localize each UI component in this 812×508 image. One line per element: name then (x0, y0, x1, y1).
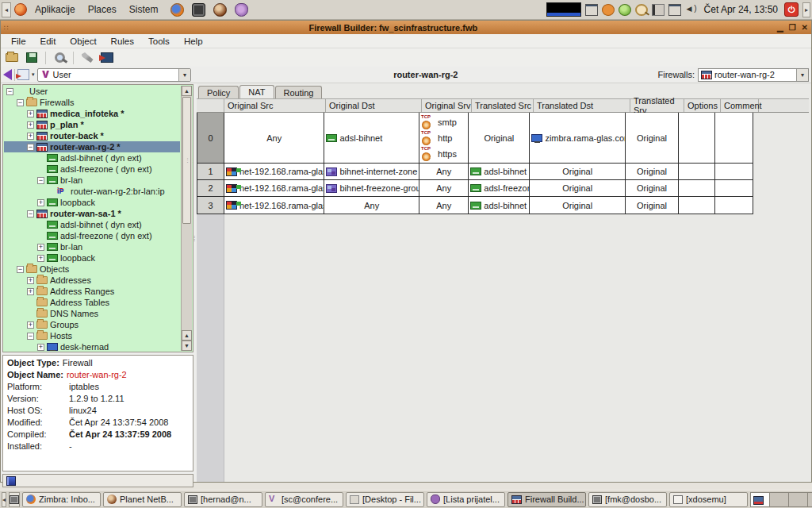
rule-cell[interactable]: net-192.168.rama-glas (224, 180, 324, 196)
system-menu[interactable]: Sistem (124, 0, 163, 19)
menu-help[interactable]: Help (177, 35, 210, 48)
collapse-icon[interactable]: − (17, 99, 24, 106)
system-monitor-graph-icon[interactable] (546, 2, 581, 17)
rule-cell[interactable]: Any (324, 197, 419, 214)
show-desktop-button[interactable] (9, 492, 20, 507)
task-button-planet-netb[interactable]: Planet NetB... (103, 492, 182, 507)
rule-number-cell[interactable]: 0 (197, 113, 224, 163)
rule-cell[interactable] (715, 164, 753, 179)
rule-cell[interactable] (679, 197, 714, 214)
library-selector[interactable]: User ▾ (37, 68, 191, 82)
rule-entry[interactable]: Original (626, 198, 678, 213)
tree-item-desk-hernad[interactable]: +desk-hernad (4, 341, 180, 351)
tree-item-groups[interactable]: +Groups (4, 319, 180, 330)
expand-icon[interactable]: + (37, 244, 44, 251)
rule-entry[interactable]: net-192.168.rama-glas (224, 164, 324, 179)
tree-item-router-wan-sa-1[interactable]: −router-wan-sa-1 * (4, 208, 180, 219)
tree-item-adsl-bihnet-dyn-ext[interactable]: adsl-bihnet ( dyn ext) (4, 152, 180, 164)
column-header-original-src[interactable]: Original Src (224, 99, 326, 112)
tree-item-router-back[interactable]: +router-back * (4, 130, 180, 141)
expand-icon[interactable]: + (37, 255, 44, 262)
panel-splitter[interactable] (193, 83, 197, 482)
rule-entry[interactable]: Original (626, 164, 678, 179)
firefox-launcher-icon[interactable] (170, 3, 184, 17)
browser-launcher-icon[interactable] (213, 3, 227, 17)
rule-cell[interactable]: Original (530, 197, 626, 214)
rule-cell[interactable] (679, 164, 714, 179)
rule-cell[interactable]: Original (626, 113, 679, 163)
tree-item-addresses[interactable]: +Addresses (4, 275, 180, 286)
rule-entry[interactable]: zimbra.rama-glas.com (530, 130, 625, 145)
tree-item-objects[interactable]: −Objects (4, 264, 180, 275)
find-object-button[interactable] (52, 51, 67, 65)
menu-tools[interactable]: Tools (141, 35, 177, 48)
chevron-down-icon[interactable]: ▾ (796, 69, 808, 81)
search-tray-icon[interactable] (635, 4, 648, 16)
rule-cell[interactable]: Original (469, 113, 530, 163)
rule-cell[interactable]: Original (530, 164, 626, 179)
speaker-icon[interactable] (685, 4, 698, 16)
tree-item-dns-names[interactable]: DNS Names (4, 308, 180, 319)
rule-cell[interactable]: Original (530, 180, 626, 196)
remote-display-icon[interactable] (668, 4, 681, 16)
column-header-translated-dst[interactable]: Translated Dst (534, 99, 630, 112)
rule-entry[interactable]: Original (530, 164, 625, 179)
task-button-zimbra-inbo[interactable]: Zimbra: Inbo... (22, 492, 101, 507)
rule-cell[interactable]: zimbra.rama-glas.com (530, 113, 626, 163)
expand-icon[interactable]: + (27, 321, 34, 329)
workspace-2[interactable] (770, 493, 789, 506)
expand-icon[interactable]: + (27, 277, 34, 284)
rule-cell[interactable]: Any (419, 164, 469, 179)
volume-control-icon[interactable] (652, 4, 665, 16)
rule-entry[interactable]: Original (626, 130, 678, 145)
rule-entry[interactable]: adsl-bihnet (469, 198, 529, 213)
network-status-icon[interactable] (619, 4, 631, 16)
collapse-icon[interactable]: − (6, 88, 13, 95)
window-titlebar[interactable]: ∷ Firewall Builder: fw_scinfrastructure.… (1, 21, 811, 34)
tree-item-p-plan[interactable]: +p_plan * (4, 119, 180, 130)
rule-number-cell[interactable]: 2 (197, 180, 224, 196)
install-button[interactable] (99, 51, 115, 65)
rule-entry[interactable]: https (419, 146, 468, 162)
tree-item-hosts[interactable]: −Hosts (4, 330, 180, 341)
rule-cell[interactable]: adsl-bihnet (469, 197, 530, 214)
maximize-button[interactable]: ❐ (789, 24, 796, 32)
chevron-down-icon[interactable]: ▾ (178, 69, 190, 81)
tree-item-address-tables[interactable]: Address Tables (4, 297, 180, 308)
tree-item-br-lan[interactable]: +br-lan (4, 241, 180, 252)
scroll-down-icon[interactable]: ▼ (182, 341, 192, 351)
task-button-fmk-dosbo[interactable]: [fmk@dosbo... (588, 492, 667, 507)
rule-entry[interactable]: Original (530, 181, 625, 196)
rule-entry[interactable]: Original (530, 198, 625, 213)
applications-menu[interactable]: Aplikacije (30, 0, 80, 19)
rule-entry[interactable]: net-192.168.rama-glas (224, 181, 324, 196)
compile-button[interactable] (79, 51, 95, 65)
rule-cell[interactable]: net-192.168.rama-glas (224, 164, 324, 179)
rule-cell[interactable]: net-192.168.rama-glas (224, 197, 324, 214)
open-file-button[interactable] (4, 51, 20, 65)
panel-clock[interactable]: Čet Apr 24, 13:50 (702, 4, 780, 15)
tree-item-adsl-freezone-dyn-ext[interactable]: adsl-freezone ( dyn ext) (4, 230, 180, 241)
rule-cell[interactable]: Original (626, 180, 679, 196)
rule-number-cell[interactable]: 3 (197, 197, 224, 214)
rule-entry[interactable]: Any (419, 198, 468, 213)
rule-cell[interactable]: adsl-bihnet (324, 113, 419, 163)
rule-entry[interactable]: Any (224, 130, 324, 145)
rule-entry[interactable]: Any (419, 181, 468, 196)
firewalls-selector[interactable]: router-wan-rg-2 ▾ (698, 68, 809, 82)
expand-icon[interactable]: + (27, 110, 34, 117)
rule-cell[interactable]: Any (224, 113, 324, 163)
rule-entry[interactable]: Original (626, 181, 678, 196)
rule-cell[interactable]: adsl-freezone (469, 180, 530, 196)
rule-entry[interactable]: adsl-bihnet (324, 130, 419, 145)
scrollbar-thumb[interactable] (182, 97, 191, 224)
expand-icon[interactable]: + (27, 121, 34, 129)
panel-hide-left-button[interactable]: ◂ (2, 2, 11, 17)
scroll-up-icon[interactable]: ▲ (182, 86, 192, 96)
workspace-switcher[interactable] (750, 492, 812, 507)
task-button-firewall-build[interactable]: Firewall Build... (508, 492, 586, 507)
rule-entry[interactable]: adsl-bihnet (469, 164, 529, 179)
rule-cell[interactable]: bihnet-freezone-group (324, 180, 419, 196)
tree-item-adsl-bihnet-dyn-ext[interactable]: adsl-bihnet ( dyn ext) (4, 219, 180, 230)
workspace-1[interactable] (751, 493, 770, 506)
